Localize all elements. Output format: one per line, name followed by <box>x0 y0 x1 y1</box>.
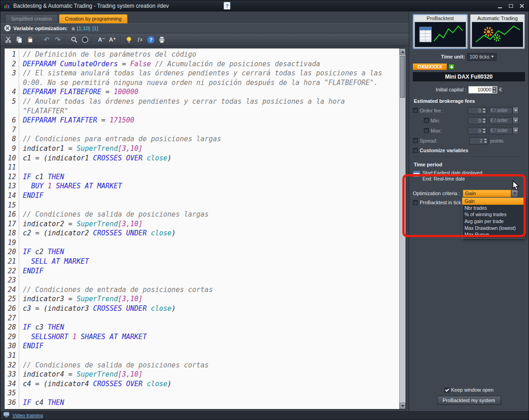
minimize-button[interactable] <box>497 3 503 9</box>
instrument-code-badge[interactable]: DXMXXXX <box>413 64 447 70</box>
spread-checkbox[interactable] <box>413 138 418 143</box>
code-line[interactable]: 10c1 = (indicator1 CROSSES OVER close) <box>5 154 399 163</box>
code-line[interactable]: 36IF c4 THEN <box>5 398 399 408</box>
variable-step[interactable]: [1] <box>92 26 98 31</box>
spread-input[interactable]: 2 <box>469 137 488 144</box>
maximize-button[interactable] <box>508 3 514 9</box>
video-training-link[interactable]: Video training <box>12 413 43 418</box>
cut-icon[interactable] <box>3 35 13 45</box>
insert-function-icon[interactable]: ƒx <box>135 35 145 45</box>
font-decrease-icon[interactable]: A⁻ <box>96 35 107 45</box>
chevron-down-icon[interactable] <box>513 107 518 114</box>
code-line[interactable]: 5// Anular todas las órdenes pendientes … <box>5 97 399 116</box>
code-line[interactable]: 33indicator4 = SuperTrend[3,10] <box>5 370 399 379</box>
customize-variables-checkbox[interactable] <box>413 148 418 153</box>
dropdown-option[interactable]: Max Drawdown (lowest) <box>462 224 524 231</box>
dropdown-option[interactable]: Max Runup <box>462 231 524 238</box>
code-line[interactable]: 26c3 = (indicator3 CROSSES UNDER close) <box>5 304 399 314</box>
code-line[interactable]: 34c4 = (indicator4 CROSSES OVER close) <box>5 379 399 389</box>
search-icon[interactable] <box>69 35 79 45</box>
code-line[interactable]: 18c2 = (indicator2 CROSSES UNDER close) <box>5 229 399 238</box>
dropdown-option[interactable]: Avg gain per trade <box>462 218 524 225</box>
code-line[interactable]: 30ENDIF <box>5 341 399 351</box>
order-fee-unit-select[interactable]: € / order <box>489 107 518 114</box>
code-line[interactable]: 24// Condiciones de entrada de posicione… <box>5 285 399 295</box>
chevron-down-icon[interactable] <box>511 190 518 197</box>
print-icon[interactable] <box>157 35 167 45</box>
optimization-criteria-select[interactable]: Gain <box>463 190 518 197</box>
code-line[interactable]: 13 BUY 1 SHARES AT MARKET <box>5 181 399 191</box>
dropdown-option[interactable]: % of winning trades <box>462 211 524 218</box>
code-line[interactable]: 16// Condiciones de salida de posiciones… <box>5 210 399 219</box>
code-line[interactable]: 22ENDIF <box>5 266 399 276</box>
variable-range[interactable]: [1;10] <box>77 26 90 31</box>
close-button[interactable] <box>518 3 525 9</box>
font-increase-icon[interactable]: A⁺ <box>107 35 118 45</box>
calendar-icon[interactable] <box>413 170 421 179</box>
code-line[interactable]: 19 <box>5 238 399 248</box>
paste-icon[interactable] <box>25 35 35 45</box>
code-line[interactable]: 6DEFPARAM FLATAFTER = 171500 <box>5 116 399 125</box>
code-line[interactable]: 35 <box>5 388 399 398</box>
min-fee-checkbox[interactable] <box>424 118 429 123</box>
code-line[interactable]: 15 <box>5 201 399 210</box>
copy-icon[interactable] <box>14 35 24 45</box>
min-fee-unit-select[interactable]: € / order <box>489 117 518 124</box>
stepper-arrows[interactable] <box>482 128 486 133</box>
min-fee-input[interactable]: 0 <box>468 117 487 124</box>
code-line[interactable]: 7 <box>5 125 399 135</box>
code-line[interactable]: 21 SELL AT MARKET <box>5 257 399 266</box>
code-line[interactable]: 25indicator3 = SuperTrend[3,10] <box>5 294 399 304</box>
stepper-arrows[interactable] <box>483 138 487 144</box>
stepper-arrows[interactable] <box>492 87 497 93</box>
code-line[interactable]: 32// Condiciones de salida de posiciones… <box>5 361 399 370</box>
code-line[interactable]: 4DEFPARAM FLATBEFORE = 100000 <box>5 87 399 97</box>
scrollbar-thumb[interactable] <box>400 56 405 98</box>
code-line[interactable]: 1// Definición de los parámetros del cód… <box>5 50 399 59</box>
max-fee-unit-select[interactable]: € / order <box>489 127 518 134</box>
help-icon[interactable]: ? <box>146 35 156 45</box>
initial-capital-input[interactable]: 10000 <box>468 86 497 94</box>
keep-window-open-checkbox[interactable] <box>444 388 449 393</box>
code-line[interactable]: 29 SELLSHORT 1 SHARES AT MARKET <box>5 332 399 342</box>
dropdown-option[interactable]: Gain <box>462 198 524 205</box>
code-line[interactable]: 8// Condiciones para entrada de posicion… <box>5 134 399 144</box>
add-instrument-icon[interactable] <box>449 64 454 70</box>
editor-scrollbar[interactable] <box>399 48 406 409</box>
code-editor[interactable]: 1// Definición de los parámetros del cód… <box>4 48 406 409</box>
scroll-down-button[interactable] <box>400 403 406 409</box>
comment-icon[interactable] <box>80 35 90 45</box>
probacktest-my-system-button[interactable]: ProBacktest my system <box>437 396 501 405</box>
code-line[interactable]: 11 <box>5 163 399 172</box>
code-lines[interactable]: 1// Definición de los parámetros del cód… <box>5 48 399 409</box>
chevron-down-icon[interactable] <box>513 117 518 124</box>
code-line[interactable]: 17indicator2 = SuperTrend[3,10] <box>5 219 399 229</box>
dropdown-option[interactable]: Nbr trades <box>462 205 524 212</box>
order-fee-checkbox[interactable] <box>413 108 418 113</box>
scroll-up-button[interactable] <box>400 48 406 55</box>
automatic-trading-mode-button[interactable]: Automatic Trading <box>470 14 525 49</box>
redo-icon[interactable]: ↷ <box>53 35 63 45</box>
code-line[interactable]: 20IF c2 THEN <box>5 247 399 257</box>
code-line[interactable]: 27 <box>5 314 399 323</box>
code-line[interactable]: 31 <box>5 351 399 361</box>
order-fee-input[interactable]: 0 <box>468 107 487 114</box>
probacktest-tick-checkbox[interactable] <box>413 200 418 205</box>
max-fee-checkbox[interactable] <box>424 128 429 133</box>
stepper-arrows[interactable] <box>482 108 486 113</box>
code-line[interactable]: 9indicator1 = SuperTrend[3,10] <box>5 144 399 154</box>
stepper-arrows[interactable] <box>482 118 486 123</box>
max-fee-input[interactable]: 0 <box>468 127 487 134</box>
undo-icon[interactable]: ↶ <box>42 35 52 45</box>
code-line[interactable]: 14ENDIF <box>5 191 399 201</box>
code-line[interactable]: 12IF c1 THEN <box>5 172 399 182</box>
code-line[interactable]: 28IF c3 THEN <box>5 323 399 332</box>
probacktest-mode-button[interactable]: ProBacktest <box>413 14 468 49</box>
tab-creation-by-programming[interactable]: Creation by programming <box>59 14 128 23</box>
hint-lightbulb-icon[interactable] <box>124 35 134 45</box>
time-unit-select[interactable]: 100 ticks <box>467 53 497 61</box>
code-line[interactable]: 2DEFPARAM CumulateOrders = False // Acum… <box>5 59 399 69</box>
help-doc-icon[interactable]: ? <box>224 2 230 10</box>
code-line[interactable]: 23 <box>5 276 399 285</box>
variable-name[interactable]: a <box>72 26 75 31</box>
